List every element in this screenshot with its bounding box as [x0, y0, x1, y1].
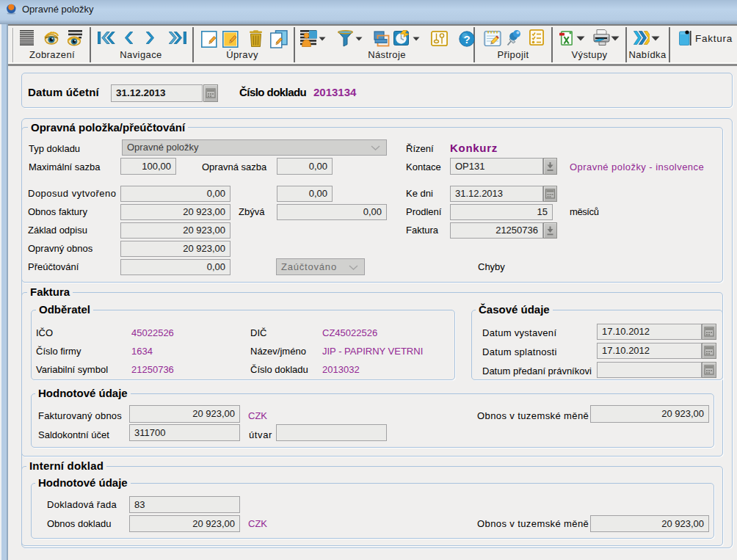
svg-text:?: ? — [463, 33, 470, 46]
